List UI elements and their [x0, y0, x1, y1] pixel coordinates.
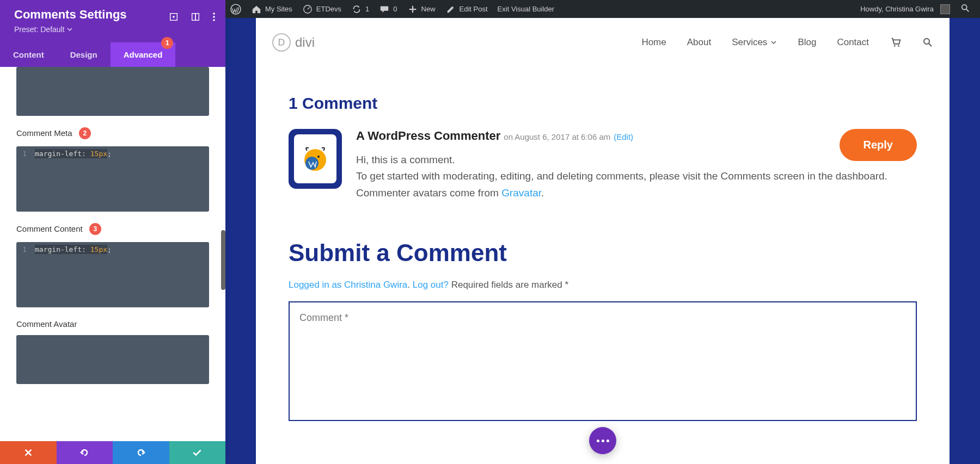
page-content: 1 Comment	[256, 67, 950, 423]
wapuu-icon	[299, 143, 332, 175]
nav-cart[interactable]	[890, 36, 902, 48]
site-logo[interactable]: D divi	[272, 33, 315, 52]
svg-point-2	[962, 5, 967, 10]
comments-count: 0	[393, 5, 397, 13]
comments-heading: 1 Comment	[289, 94, 917, 113]
edit-post-label: Edit Post	[460, 5, 488, 13]
comment-edit-link[interactable]: (Edit)	[614, 132, 633, 141]
wp-logo[interactable]	[225, 0, 246, 18]
badge-3: 3	[89, 223, 101, 235]
nav-search[interactable]	[922, 37, 933, 48]
close-icon	[23, 448, 33, 457]
logo-text: divi	[295, 35, 315, 50]
preset-dropdown[interactable]: Preset: Default	[14, 25, 211, 34]
svg-point-14	[305, 157, 318, 170]
login-line: Logged in as Christina Gwira. Log out? R…	[289, 280, 917, 290]
main-nav: Home About Services Blog Contact	[641, 36, 933, 48]
wp-updates[interactable]: 1	[346, 0, 374, 18]
pencil-icon	[445, 4, 456, 15]
css-val: 15px	[90, 245, 107, 253]
sidebar-actions	[0, 441, 225, 464]
more-icon[interactable]	[212, 12, 216, 22]
svg-point-8	[213, 16, 215, 18]
code-editor-prev[interactable]	[16, 67, 209, 116]
gravatar-link[interactable]: Gravatar	[501, 187, 541, 199]
css-prop: margin-left	[35, 245, 82, 253]
avatar-icon	[940, 4, 950, 14]
code-editor-content[interactable]: 1 margin-left: 15px;	[16, 242, 209, 307]
tab-advanced[interactable]: Advanced 1	[111, 42, 176, 67]
tab-advanced-label: Advanced	[124, 50, 163, 59]
chevron-down-icon	[770, 39, 777, 46]
nav-contact[interactable]: Contact	[837, 37, 869, 48]
undo-icon	[79, 447, 90, 458]
wp-exit-vb[interactable]: Exit Visual Builder	[493, 0, 560, 18]
field-comment-avatar: Comment Avatar	[16, 319, 209, 329]
field-comment-meta: Comment Meta 2	[16, 128, 209, 140]
expand-icon[interactable]	[169, 12, 179, 22]
nav-blog[interactable]: Blog	[798, 37, 816, 48]
required-text: Required fields are marked *	[449, 280, 568, 290]
wp-my-sites[interactable]: My Sites	[246, 0, 297, 18]
check-icon	[191, 447, 203, 459]
undo-button[interactable]	[57, 441, 113, 464]
nav-about[interactable]: About	[687, 37, 711, 48]
house-icon	[251, 4, 262, 15]
new-label: New	[421, 5, 436, 13]
code-editor-avatar[interactable]	[16, 335, 209, 384]
comment-line3a: Commenter avatars come from	[356, 187, 501, 199]
logout-link[interactable]: Log out?	[413, 280, 449, 290]
site-header: D divi Home About Services Blog Contact	[256, 18, 950, 67]
wp-site-name[interactable]: ETDevs	[297, 0, 346, 18]
logo-icon: D	[272, 33, 291, 52]
save-button[interactable]	[169, 441, 226, 464]
dot-icon	[602, 440, 604, 442]
responsive-icon[interactable]	[191, 12, 200, 22]
fab-more[interactable]	[589, 427, 616, 454]
line-number: 1	[16, 245, 33, 253]
meta-label: Comment Meta	[16, 128, 72, 138]
tab-content[interactable]: Content	[0, 42, 57, 67]
comment-textarea[interactable]	[289, 301, 917, 421]
wp-comments[interactable]: 0	[374, 0, 402, 18]
comment-author[interactable]: A WordPress Commenter	[356, 129, 500, 143]
svg-point-9	[213, 19, 215, 21]
reply-button[interactable]: Reply	[840, 129, 917, 161]
wp-edit-post[interactable]: Edit Post	[440, 0, 493, 18]
nav-services[interactable]: Services	[732, 37, 777, 48]
scrollbar[interactable]	[221, 230, 225, 290]
field-comment-content: Comment Content 3	[16, 224, 209, 236]
svg-point-4	[173, 16, 175, 18]
svg-point-17	[317, 156, 320, 158]
comment-line1: Hi, this is a comment.	[356, 154, 455, 165]
wp-search[interactable]	[955, 3, 976, 15]
comment-line3b: .	[541, 187, 544, 199]
tab-design[interactable]: Design	[57, 42, 111, 67]
submit-heading: Submit a Comment	[289, 239, 917, 267]
dot-icon	[597, 440, 599, 442]
comment-date: on August 6, 2017 at 6:06 am	[504, 132, 610, 141]
svg-point-10	[894, 45, 896, 47]
page-canvas: D divi Home About Services Blog Contact …	[225, 18, 980, 464]
svg-point-16	[309, 152, 313, 157]
redo-button[interactable]	[113, 441, 169, 464]
wp-new[interactable]: New	[402, 0, 440, 18]
cancel-button[interactable]	[0, 441, 57, 464]
comment-body: Reply A WordPress Commenter on August 6,…	[356, 129, 917, 201]
logged-in-link[interactable]: Logged in as Christina Gwira	[289, 280, 407, 290]
exit-vb-label: Exit Visual Builder	[498, 5, 555, 13]
settings-tabs: Content Design Advanced 1	[0, 42, 225, 67]
badge-2: 2	[79, 127, 91, 139]
howdy-label: Howdy, Christina Gwira	[860, 5, 934, 13]
badge-1: 1	[161, 37, 173, 49]
nav-home[interactable]: Home	[641, 37, 666, 48]
comment-line2: To get started with moderating, editing,…	[356, 170, 887, 182]
page-area: D divi Home About Services Blog Contact …	[256, 18, 950, 464]
comment-text: Hi, this is a comment. To get started wi…	[356, 152, 917, 201]
code-editor-meta[interactable]: 1 margin-left: 15px;	[16, 146, 209, 212]
nav-services-label: Services	[732, 37, 767, 48]
sidebar-body: Comment Meta 2 1 margin-left: 15px; Comm…	[0, 67, 225, 441]
wp-account[interactable]: Howdy, Christina Gwira	[855, 0, 955, 18]
comment-avatar	[289, 129, 342, 189]
my-sites-label: My Sites	[265, 5, 292, 13]
